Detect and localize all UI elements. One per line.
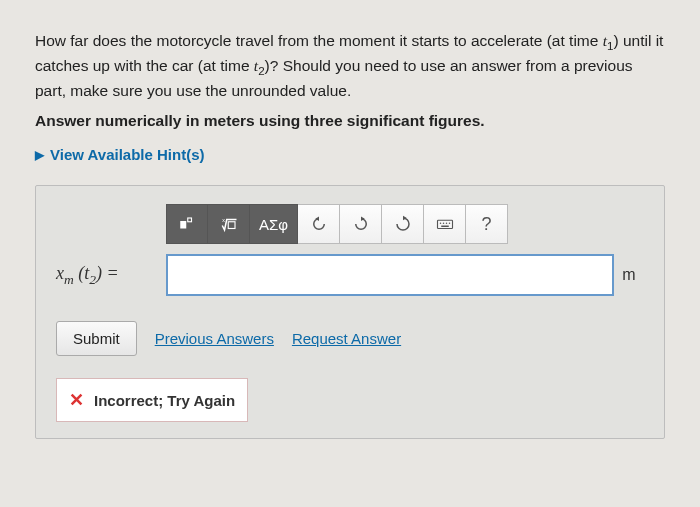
answer-input[interactable] — [166, 254, 614, 296]
incorrect-x-icon: ✕ — [69, 389, 84, 411]
unit-label: m — [614, 266, 644, 284]
svg-point-5 — [439, 223, 441, 225]
svg-text:x: x — [222, 217, 225, 223]
svg-rect-9 — [441, 226, 449, 228]
keyboard-button[interactable] — [424, 204, 466, 244]
undo-icon — [310, 215, 328, 233]
button-row: Submit Previous Answers Request Answer — [56, 321, 644, 356]
greek-label: ΑΣφ — [259, 216, 288, 233]
input-row: xm (t2) = m — [56, 254, 644, 296]
equation-toolbar: x ΑΣφ ? — [166, 204, 644, 244]
greek-button[interactable]: ΑΣφ — [250, 204, 298, 244]
question-text: How far does the motorcycle travel from … — [35, 30, 665, 102]
redo-button[interactable] — [340, 204, 382, 244]
svg-rect-4 — [437, 221, 452, 229]
keyboard-icon — [436, 215, 454, 233]
radical-icon: x — [220, 215, 238, 233]
feedback-text: Incorrect; Try Again — [94, 392, 235, 409]
svg-point-8 — [448, 223, 450, 225]
reset-button[interactable] — [382, 204, 424, 244]
help-label: ? — [481, 214, 491, 235]
view-hints-toggle[interactable]: ▶ View Available Hint(s) — [35, 146, 665, 163]
feedback-box: ✕ Incorrect; Try Again — [56, 378, 248, 422]
svg-point-7 — [445, 223, 447, 225]
svg-rect-0 — [180, 221, 186, 229]
answer-box: x ΑΣφ ? xm (t2) = m Submit Previous Answ… — [35, 185, 665, 439]
previous-answers-link[interactable]: Previous Answers — [155, 330, 274, 347]
template-icon — [178, 215, 196, 233]
triangle-right-icon: ▶ — [35, 148, 44, 162]
hints-label: View Available Hint(s) — [50, 146, 205, 163]
svg-rect-2 — [228, 222, 235, 229]
variable-label: xm (t2) = — [56, 263, 166, 288]
redo-icon — [352, 215, 370, 233]
request-answer-link[interactable]: Request Answer — [292, 330, 401, 347]
template-button[interactable] — [166, 204, 208, 244]
undo-button[interactable] — [298, 204, 340, 244]
answer-instruction: Answer numerically in meters using three… — [35, 112, 665, 130]
svg-rect-1 — [188, 218, 192, 222]
submit-button[interactable]: Submit — [56, 321, 137, 356]
svg-point-6 — [442, 223, 444, 225]
reset-icon — [394, 215, 412, 233]
help-button[interactable]: ? — [466, 204, 508, 244]
radical-button[interactable]: x — [208, 204, 250, 244]
